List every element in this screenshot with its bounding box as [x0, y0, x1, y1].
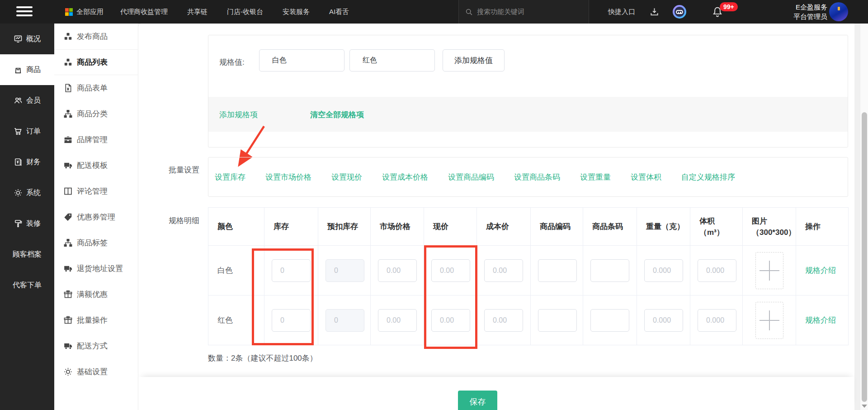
- columns-icon: [63, 186, 73, 196]
- batch-set-link[interactable]: 设置库存: [215, 172, 245, 182]
- profile-role: 平台管理员: [764, 12, 827, 21]
- spec-value-input-1[interactable]: [259, 49, 344, 72]
- weight-input[interactable]: [644, 259, 683, 282]
- submenu-item[interactable]: 退货地址设置: [54, 256, 138, 281]
- col-header-weight: 重量（克）: [637, 208, 690, 246]
- col-header-code: 商品编码: [531, 208, 583, 246]
- spec-intro-link[interactable]: 规格介绍: [805, 315, 836, 325]
- topbar-item-all-apps[interactable]: 全部应用: [65, 0, 104, 24]
- sidebar-item[interactable]: 概况: [0, 24, 54, 54]
- search-placeholder: 搜索功能关键词: [477, 8, 524, 16]
- submenu-item[interactable]: 评论管理: [54, 178, 138, 204]
- barcode-input[interactable]: [590, 259, 629, 282]
- search-box[interactable]: 搜索功能关键词: [458, 0, 589, 24]
- submenu-item[interactable]: 配送模板: [54, 153, 138, 178]
- submenu-item[interactable]: 商品列表: [54, 49, 138, 75]
- batch-set-link[interactable]: 自定义规格排序: [681, 172, 735, 182]
- price-input[interactable]: [431, 309, 470, 332]
- batch-set-link[interactable]: 设置体积: [631, 172, 661, 182]
- market-price-input[interactable]: [378, 259, 417, 282]
- submenu-item[interactable]: 满额优惠: [54, 281, 138, 307]
- monitor-icon: [14, 34, 23, 43]
- batch-set-link[interactable]: 设置市场价格: [265, 172, 311, 182]
- col-header-color: 颜色: [208, 208, 264, 246]
- topbar-menu-item[interactable]: 代理商收益管理: [120, 0, 168, 24]
- spec-intro-link[interactable]: 规格介绍: [805, 265, 836, 276]
- profile-name: E企盈服务: [764, 2, 827, 12]
- row-count-text: 数量：2条（建议不超过100条）: [208, 353, 317, 363]
- batch-set-link[interactable]: 设置重量: [580, 172, 611, 182]
- scrollbar-track[interactable]: [860, 24, 868, 410]
- volume-input[interactable]: [698, 309, 736, 332]
- submenu-item[interactable]: 发布商品: [54, 24, 138, 49]
- scrollbar-thumb[interactable]: [862, 112, 867, 402]
- price-input[interactable]: [431, 259, 470, 282]
- profile-info[interactable]: E企盈服务 平台管理员: [764, 2, 827, 21]
- tags-icon: [63, 212, 73, 222]
- pre-stock-input: [326, 259, 364, 282]
- market-price-input[interactable]: [378, 309, 417, 332]
- sidebar-item[interactable]: 财务: [0, 147, 54, 177]
- sitemap-icon: [63, 109, 73, 119]
- submenu-item[interactable]: 配送方式: [54, 333, 138, 359]
- ai-robot-icon[interactable]: [673, 5, 686, 19]
- hamburger-menu-icon[interactable]: [16, 6, 33, 17]
- col-header-price: 现价: [424, 208, 477, 246]
- code-input[interactable]: [538, 309, 577, 332]
- notification-badge: 99+: [720, 2, 738, 11]
- gear-icon: [63, 367, 73, 377]
- quick-entry-link[interactable]: 快捷入口: [608, 0, 635, 24]
- users-icon: [14, 96, 23, 105]
- sidebar-item[interactable]: 会员: [0, 85, 54, 116]
- truck-icon: [63, 341, 73, 351]
- batch-set-link[interactable]: 设置现价: [331, 172, 362, 182]
- code-input[interactable]: [538, 259, 577, 282]
- save-button[interactable]: 保存: [458, 391, 497, 410]
- image-upload-button[interactable]: [755, 252, 783, 289]
- sidebar-item[interactable]: 订单: [0, 116, 54, 147]
- sidebar-item[interactable]: 商品: [0, 54, 54, 85]
- scrollbar-down-arrow[interactable]: [862, 405, 867, 408]
- sidebar-item[interactable]: 顾客档案: [0, 239, 54, 270]
- topbar-menu-item[interactable]: 门店-收银台: [227, 0, 263, 24]
- submenu-item[interactable]: 商品表单: [54, 75, 138, 101]
- batch-set-link[interactable]: 设置成本价格: [382, 172, 428, 182]
- add-spec-item-link[interactable]: 添加规格项: [219, 110, 258, 120]
- batch-set-link[interactable]: 设置商品编码: [448, 172, 494, 182]
- avatar[interactable]: [829, 2, 848, 21]
- volume-input[interactable]: [698, 259, 736, 282]
- pre-stock-input: [326, 309, 364, 332]
- spec-detail-label: 规格明细: [169, 215, 199, 226]
- batch-set-section: 设置库存 设置市场价格 设置现价 设置成本价格 设置商品编码 设置商品条码 设置…: [208, 157, 848, 197]
- roller-icon: [14, 219, 23, 228]
- image-upload-button[interactable]: [755, 302, 783, 339]
- submenu-item[interactable]: 批量操作: [54, 307, 138, 333]
- topbar-menu-item[interactable]: 安装服务: [283, 0, 310, 24]
- add-spec-value-button[interactable]: 添加规格值: [443, 49, 505, 72]
- weight-input[interactable]: [644, 309, 683, 332]
- col-header-image: 图片（300*300）: [743, 208, 796, 246]
- barcode-input[interactable]: [590, 309, 629, 332]
- submenu-item[interactable]: 基础设置: [54, 359, 138, 385]
- col-header-stock: 库存: [264, 208, 318, 246]
- col-header-action: 操作: [796, 208, 849, 246]
- sidebar-item[interactable]: 装修: [0, 208, 54, 239]
- clear-all-spec-link[interactable]: 清空全部规格项: [310, 110, 364, 120]
- download-icon[interactable]: [649, 7, 660, 17]
- topbar-menu-item[interactable]: 共享链: [187, 0, 208, 24]
- submenu-item[interactable]: 优惠券管理: [54, 204, 138, 230]
- submenu-item[interactable]: 商品分类: [54, 101, 138, 127]
- cost-input[interactable]: [484, 309, 523, 332]
- sidebar-item[interactable]: 系统: [0, 177, 54, 208]
- submenu-item[interactable]: 商品标签: [54, 230, 138, 256]
- spec-value-input-2[interactable]: [349, 49, 435, 72]
- submenu-item[interactable]: 品牌管理: [54, 127, 138, 153]
- stock-input[interactable]: [272, 309, 311, 332]
- stock-input[interactable]: [272, 259, 311, 282]
- sidebar-item[interactable]: 代客下单: [0, 270, 54, 300]
- finance-icon: [14, 157, 23, 167]
- batch-set-label: 批量设置: [169, 165, 199, 175]
- batch-set-link[interactable]: 设置商品条码: [514, 172, 560, 182]
- cost-input[interactable]: [484, 259, 523, 282]
- topbar-menu-item[interactable]: AI看舌: [329, 0, 349, 24]
